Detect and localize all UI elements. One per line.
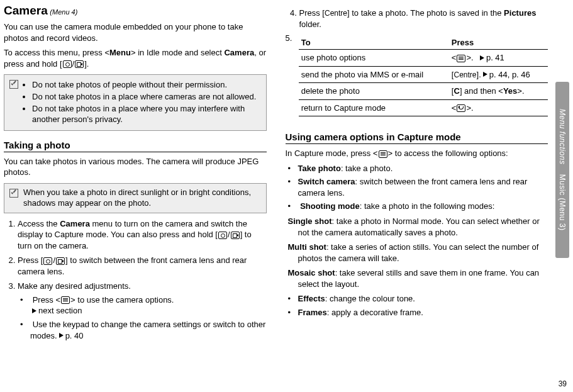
section-heading: Camera (Menu 4) xyxy=(4,4,267,18)
camera-options-heading: Using camera options in Capture mode xyxy=(286,132,548,144)
options-list: Take photo: take a photo. Switch camera:… xyxy=(286,163,548,318)
camera-icon xyxy=(63,60,72,68)
menu-icon xyxy=(457,55,465,62)
taking-photo-intro: You can take photos in various modes. Th… xyxy=(4,156,267,178)
check-icon xyxy=(9,189,18,198)
video-icon xyxy=(231,232,240,239)
table-header-to: To xyxy=(299,36,449,50)
cell-to: use photo options xyxy=(299,50,449,67)
option-take-photo: Take photo: take a photo. xyxy=(288,163,548,174)
sunlight-note-text: When you take a photo in direct sunlight… xyxy=(23,188,261,209)
option-frames: Frames: apply a decorative frame. xyxy=(288,307,548,318)
step-3-sublist: Press <> to use the camera options. next… xyxy=(18,294,267,341)
right-column: Press [Centre] to take a photo. The phot… xyxy=(286,4,548,388)
step-5-number: 5. xyxy=(286,33,295,43)
video-icon xyxy=(75,60,84,68)
warning-item: Do not take photos of people without the… xyxy=(32,80,261,91)
check-icon xyxy=(9,80,18,89)
cell-press: <>. xyxy=(449,99,548,116)
warning-item: Do not take photos in a place where came… xyxy=(32,92,261,103)
triangle-icon xyxy=(59,333,64,338)
step-4: Press [Centre] to take a photo. The phot… xyxy=(299,8,548,30)
warning-note-box: Do not take photos of people without the… xyxy=(4,74,267,131)
cell-press: [Centre].p. 44, p. 46 xyxy=(449,66,548,83)
cell-to: delete the photo xyxy=(299,83,449,100)
camera-options-intro: In Capture mode, press <> to access the … xyxy=(286,148,548,159)
cell-to: return to Capture mode xyxy=(299,99,449,116)
menu-number: (Menu 4) xyxy=(50,8,77,16)
warning-list: Do not take photos of people without the… xyxy=(23,79,261,126)
triangle-icon xyxy=(483,72,487,77)
back-icon xyxy=(457,104,465,112)
options-table: To Press use photo options <>. p. 41 sen… xyxy=(299,36,548,116)
page-number: 39 xyxy=(559,379,567,388)
table-row: return to Capture mode <>. xyxy=(299,99,548,116)
cell-press: <>. p. 41 xyxy=(449,50,548,67)
step-1: Access the Camera menu to turn on the ca… xyxy=(18,218,267,252)
steps-list-cont: Press [Centre] to take a photo. The phot… xyxy=(286,8,548,30)
step-5: 5. To Press use photo options <>. p. 41 … xyxy=(286,33,548,123)
table-row: use photo options <>. p. 41 xyxy=(299,50,548,67)
side-tab-section: Menu functions xyxy=(558,109,567,164)
camera-icon xyxy=(43,257,52,265)
taking-photo-heading: Taking a photo xyxy=(4,140,267,152)
intro-paragraph-2: To access this menu, press <Menu> in Idl… xyxy=(4,47,267,69)
option-effects: Effects: change the colour tone. xyxy=(288,293,548,305)
triangle-icon xyxy=(32,308,36,313)
table-row: send the photo via MMS or e-mail [Centre… xyxy=(299,66,548,83)
step-3-sub-2: Use the keypad to change the camera sett… xyxy=(20,319,267,341)
manual-page: Camera (Menu 4) You can use the camera m… xyxy=(0,0,573,392)
side-tab-subsection: Music (Menu 3) xyxy=(558,174,567,231)
table-row: delete the photo [C] and then <Yes>. xyxy=(299,83,548,100)
steps-list: Access the Camera menu to turn on the ca… xyxy=(4,218,267,341)
cell-to: send the photo via MMS or e-mail xyxy=(299,66,449,83)
option-shooting-mode: Shooting mode: take a photo in the follo… xyxy=(288,201,548,289)
cell-press: [C] and then <Yes>. xyxy=(449,83,548,100)
triangle-icon xyxy=(480,55,484,60)
table-header-press: Press xyxy=(449,36,548,50)
side-tab: Menu functions Music (Menu 3) xyxy=(555,82,569,258)
sunlight-note-box: When you take a photo in direct sunlight… xyxy=(4,183,267,213)
menu-icon xyxy=(61,296,70,304)
option-switch-camera: Switch camera: switch between the front … xyxy=(288,176,548,198)
step-2: Press [/] to switch between the front ca… xyxy=(18,255,267,277)
menu-icon xyxy=(379,150,387,158)
camera-icon xyxy=(218,232,227,239)
video-icon xyxy=(56,257,65,265)
warning-item: Do not take photos in a place where you … xyxy=(32,104,261,125)
camera-heading: Camera xyxy=(4,4,48,17)
left-column: Camera (Menu 4) You can use the camera m… xyxy=(4,4,267,388)
intro-paragraph-1: You can use the camera module embedded o… xyxy=(4,21,267,43)
step-3-sub-1: Press <> to use the camera options. next… xyxy=(20,294,267,316)
step-3: Make any desired adjustments. Press <> t… xyxy=(18,281,267,341)
